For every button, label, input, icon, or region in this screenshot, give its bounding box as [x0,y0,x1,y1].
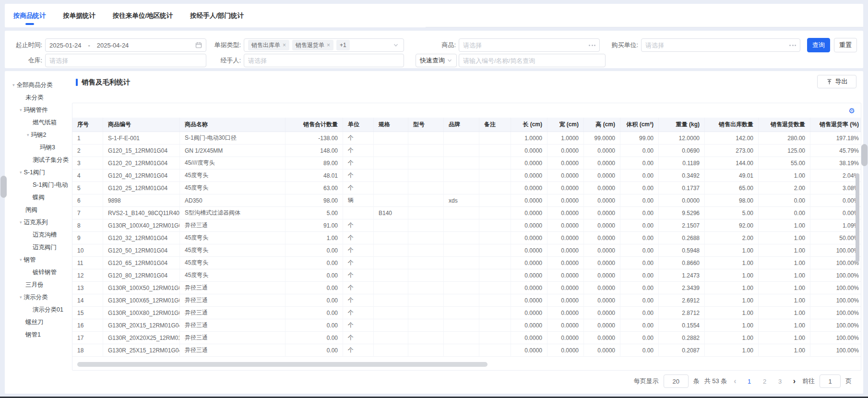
table-row[interactable]: 7RVS2-1_B140_98CQ11R40S型沟槽式过滤器阀体5.00B140… [72,207,861,219]
table-row[interactable]: 13G130R_100X50_12RM01G04异径三通0.00个0.00000… [72,282,861,294]
tree-item[interactable]: ▾钢管 [5,253,70,266]
caret-down-icon[interactable]: ▾ [12,83,15,87]
doc-type-tag: 销售退货单× [292,40,333,50]
doc-type-more-tag[interactable]: +1 [336,40,350,50]
warehouse-select[interactable] [45,54,206,67]
search-button[interactable]: 查询 [807,38,830,52]
gear-icon[interactable]: ⚙ [849,107,855,114]
table-cell: 0.0000 [547,244,584,256]
table-cell: 45度弯头 [180,232,285,244]
table-row[interactable]: 9G120_32_12RM01G0445度弯头1.00个0.00000.0000… [72,232,861,244]
table-cell: 个 [343,344,374,356]
page-number[interactable]: 2 [759,378,771,385]
table-cell: 63.00 [285,182,343,194]
product-input[interactable] [463,42,586,49]
table-row[interactable]: 14G130R_100X65_12RM01G04异径三通0.00个0.00000… [72,294,861,307]
doc-type-multiselect[interactable]: 销售出库单×销售退货单×+1 [244,38,404,52]
table-cell: 0.0000 [511,307,547,319]
table-row[interactable]: 11G120_65_12RM01G0445度弯头0.00个0.00000.000… [72,257,861,269]
table-row[interactable]: 69898AD35098.00辆xds0.00000.00000.00000.0… [72,194,861,207]
quick-search-input[interactable] [463,57,601,64]
ellipsis-icon[interactable] [789,45,796,46]
date-start-value[interactable]: 2025-01-24 [49,42,82,49]
table-row[interactable]: 8G130R_100X40_12RM01G04异径三通91.00个0.00000… [72,219,861,232]
tab[interactable]: 按商品统计 [13,4,46,27]
caret-down-icon[interactable]: ▾ [20,170,22,175]
caret-down-icon[interactable]: ▾ [20,295,22,300]
tabs-card: 按商品统计按单据统计按往来单位/地区统计按经手人/部门统计 [5,4,863,27]
tree-item[interactable]: 三月份 [5,278,70,291]
next-page-icon[interactable]: › [791,377,797,386]
tree-item[interactable]: ▾全部商品分类 [5,79,70,91]
per-page-box[interactable] [664,374,689,388]
tree-item[interactable]: 演示分类01 [5,303,70,316]
tree-item[interactable]: 燃气纸箱 [5,116,70,129]
right-edge-drag-handle[interactable] [861,144,868,166]
table-cell: 0.2882 [659,332,705,344]
page-number[interactable]: 3 [774,378,786,385]
handler-select[interactable] [244,54,404,67]
quick-search-input-field[interactable] [459,54,606,67]
date-end-value[interactable]: 2025-04-24 [97,42,129,49]
per-page-input[interactable] [664,378,688,385]
table-cell: 100.00% [810,307,861,319]
caret-down-icon[interactable]: ▾ [20,108,22,112]
buyer-input[interactable] [645,42,786,49]
table-cell [408,145,444,157]
caret-down-icon[interactable]: ▾ [20,257,22,262]
chevron-down-icon[interactable] [393,42,399,48]
tree-item[interactable]: 钢管1 [5,328,70,341]
tree-item[interactable]: 闸阀 [5,204,70,216]
tree-item[interactable]: ▾迈克系列 [5,216,70,229]
vertical-scrollbar[interactable] [856,173,859,262]
horizontal-scrollbar[interactable] [77,362,488,367]
caret-down-icon[interactable]: ▾ [20,220,22,225]
goto-page-input[interactable] [820,378,840,385]
table-row[interactable]: 10G120_50_12RM01G0445度弯头0.00个0.00000.000… [72,244,861,257]
tab[interactable]: 按经手人/部门统计 [190,4,244,27]
tree-item[interactable]: 迈克沟槽 [5,229,70,241]
close-icon[interactable]: × [327,42,330,48]
close-icon[interactable]: × [283,42,286,48]
date-range-input[interactable]: 2025-01-24 - 2025-04-24 [45,38,206,52]
reset-button[interactable]: 重置 [834,38,857,52]
tab[interactable]: 按单据统计 [63,4,96,27]
table-row[interactable]: 1S-1-F-E-001S-1阀门-电动30口径-138.00个1.00001.… [72,132,861,145]
tree-item[interactable]: 测试子集分类 [5,154,70,166]
table-row[interactable]: 18G130R_25X15_12RM01G04异径三通0.00个0.00000.… [72,344,861,357]
table-cell [479,332,511,344]
tree-item[interactable]: 迈克阀门 [5,241,70,253]
tree-item[interactable]: 未分类 [5,91,70,104]
table-row[interactable]: 5G120_25_12RM01G0445度弯头63.00个0.00000.000… [72,182,861,194]
ellipsis-icon[interactable] [589,45,595,46]
page-number[interactable]: 1 [743,378,756,385]
handler-input[interactable] [248,57,400,64]
tree-item[interactable]: 镀锌钢管 [5,266,70,278]
table-row[interactable]: 4G120_40_12RM01G0445度弯头48.01个0.00000.000… [72,169,861,182]
table-row[interactable]: 12G120_80_12RM01G0445度弯头0.00个0.00000.000… [72,269,861,282]
table-row[interactable]: 3G120_20_12RM01G0445////度弯头89.00个0.00000… [72,157,861,169]
chevron-down-icon[interactable] [447,58,452,63]
product-select[interactable] [459,38,600,52]
tree-item[interactable]: 蝶阀 [5,191,70,204]
table-row[interactable]: 15G130R_100X80_12RM01G04异径三通0.00个0.00000… [72,307,861,319]
tree-item[interactable]: ▾玛钢管件 [5,104,70,116]
tab[interactable]: 按往来单位/地区统计 [113,4,173,27]
tree-item[interactable]: ▾S-1阀门 [5,166,70,179]
table-row[interactable]: 16G130R_20X15_12RM01G04异径三通0.00个0.00000.… [72,319,861,332]
export-button[interactable]: 导出 [817,75,856,88]
table-row[interactable]: 2G120_15_12RM01G04GN 1/2X45MM148.00个0.00… [72,145,861,157]
quick-search-select[interactable]: 快速查询 [416,54,457,67]
prev-page-icon[interactable]: ‹ [732,377,738,386]
tree-item[interactable]: ▾玛钢2 [5,129,70,141]
caret-down-icon[interactable]: ▾ [27,133,29,137]
tree-item[interactable]: ▾演示分类 [5,291,70,303]
warehouse-input[interactable] [49,57,202,64]
table-row[interactable]: 17G130R_20X20X25_12RM01G...异径三通0.00个0.00… [72,332,861,344]
tree-item[interactable]: 玛钢3 [5,141,70,154]
goto-page-box[interactable] [820,374,841,388]
buyer-select[interactable] [641,38,800,52]
left-edge-drag-handle[interactable] [0,176,7,198]
tree-item[interactable]: 螺丝刀 [5,316,70,328]
tree-item[interactable]: S-1阀门-电动 [5,179,70,191]
